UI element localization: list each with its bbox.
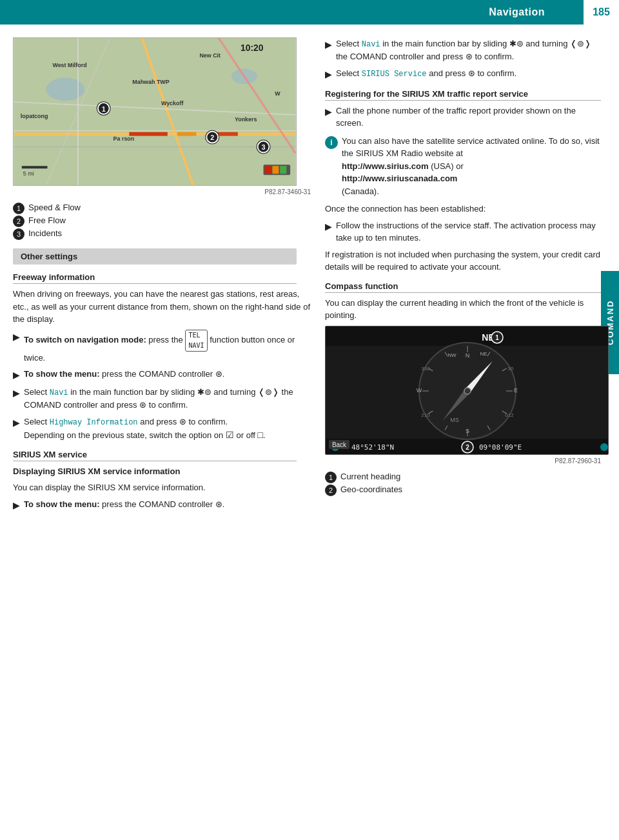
freeway-bullet-1-text: To switch on navigation mode: press the … bbox=[24, 330, 311, 365]
legend-label-3: Incidents bbox=[28, 228, 62, 238]
svg-text:West Milford: West Milford bbox=[52, 62, 86, 68]
sirius-bullet-1-text: To show the menu: press the COMAND contr… bbox=[24, 498, 311, 512]
compass-legend-item-2: 2 Geo-coordinates bbox=[325, 484, 601, 495]
compass-image-ref: P82.87-2960-31 bbox=[325, 457, 601, 465]
sirius-service-mono: SIRIUS Service bbox=[362, 70, 427, 79]
right-bullet-navi-text: Select Navi in the main function bar by … bbox=[336, 37, 601, 63]
highway-info-mono: Highway Information bbox=[50, 418, 138, 427]
svg-text:09°08'09"E: 09°08'09"E bbox=[479, 443, 522, 452]
svg-text:48°52'18"N: 48°52'18"N bbox=[351, 443, 394, 452]
sirius-ca-url: http://www.siriuscanada.com bbox=[342, 174, 457, 183]
svg-text:Wyckoff: Wyckoff bbox=[161, 100, 184, 106]
svg-text:New Cit: New Cit bbox=[199, 52, 221, 59]
tel-navi-button: TELNAVI bbox=[185, 330, 207, 352]
bullet-arrow-4: ▶ bbox=[13, 416, 20, 442]
compass-legend-label-2: Geo-coordinates bbox=[340, 485, 402, 494]
info-text: You can also have the satellite service … bbox=[342, 135, 601, 198]
svg-point-76 bbox=[600, 443, 608, 451]
svg-text:3: 3 bbox=[261, 143, 265, 151]
legend-label-2: Free Flow bbox=[28, 215, 66, 225]
sirius-bullet-1-bold: To show the menu: bbox=[24, 499, 99, 509]
compass-image: ⬅ ➡ bbox=[325, 326, 609, 455]
bullet-arrow-s1: ▶ bbox=[13, 499, 20, 512]
other-settings-header: Other settings bbox=[13, 248, 297, 265]
registering-title: Registering for the SIRIUS XM traffic re… bbox=[325, 89, 601, 101]
svg-text:10:20: 10:20 bbox=[241, 43, 264, 53]
freeway-intro: When driving on freeways, you can have t… bbox=[13, 288, 311, 326]
bullet-arrow-2: ▶ bbox=[13, 368, 20, 382]
bullet-arrow-con1: ▶ bbox=[325, 220, 332, 245]
svg-text:1: 1 bbox=[102, 105, 106, 113]
svg-text:MS: MS bbox=[450, 417, 459, 423]
freeway-bullet-3: ▶ Select Navi in the main function bar b… bbox=[13, 386, 311, 412]
svg-text:2: 2 bbox=[466, 444, 469, 451]
svg-text:S: S bbox=[466, 428, 469, 434]
compass-title: Compass function bbox=[325, 281, 601, 293]
info-icon: i bbox=[325, 136, 338, 149]
freeway-bullet-3-text: Select Navi in the main function bar by … bbox=[24, 386, 311, 412]
sirius-url: http://www.sirius.com bbox=[342, 161, 429, 171]
page-number: 185 bbox=[584, 0, 619, 25]
bullet-arrow: ▶ bbox=[13, 330, 20, 365]
freeway-bullet-2-text: To show the menu: press the COMAND contr… bbox=[24, 368, 311, 382]
svg-text:N: N bbox=[466, 352, 470, 359]
connection-bullet-1: ▶ Follow the instructions of the service… bbox=[325, 219, 601, 245]
right-column: ▶ Select Navi in the main function bar b… bbox=[322, 37, 619, 516]
info-box: i You can also have the satellite servic… bbox=[325, 135, 601, 198]
svg-text:NE: NE bbox=[480, 351, 487, 357]
right-bullet-sirius-service-text: Select SIRIUS Service and press ⊛ to con… bbox=[336, 67, 601, 81]
legend-num-2: 2 bbox=[13, 215, 25, 227]
reg-bullet-1: ▶ Call the phone number of the traffic r… bbox=[325, 105, 601, 130]
freeway-bullet-1: ▶ To switch on navigation mode: press th… bbox=[13, 330, 311, 365]
svg-text:NW: NW bbox=[447, 352, 457, 358]
map-image-ref: P82.87-3460-31 bbox=[13, 188, 311, 195]
header-bar: Navigation 185 bbox=[0, 0, 619, 25]
freeway-info-title: Freeway information bbox=[13, 272, 297, 284]
legend-label-1: Speed & Flow bbox=[28, 203, 81, 212]
freeway-bullet-4: ▶ Select Highway Information and press ⊛… bbox=[13, 415, 311, 442]
connection-intro: Once the connection has been established… bbox=[325, 203, 601, 215]
checkbox-on bbox=[226, 430, 234, 440]
bullet-arrow-r2: ▶ bbox=[325, 68, 332, 81]
freeway-bullet-4-text: Select Highway Information and press ⊛ t… bbox=[24, 415, 311, 442]
svg-rect-11 bbox=[129, 132, 167, 136]
legend-list: 1 Speed & Flow 2 Free Flow 3 Incidents bbox=[13, 202, 311, 239]
sirius-title: SIRIUS XM service bbox=[13, 450, 297, 461]
svg-text:Pa  rson: Pa rson bbox=[113, 135, 135, 142]
connection-bullet-1-text: Follow the instructions of the service s… bbox=[336, 219, 601, 245]
bullet-arrow-3: ▶ bbox=[13, 386, 20, 412]
svg-text:Back: Back bbox=[332, 441, 347, 448]
svg-text:W: W bbox=[417, 387, 422, 394]
svg-text:lopatcong: lopatcong bbox=[21, 113, 48, 119]
checkbox-off bbox=[258, 430, 263, 440]
legend-num-1: 1 bbox=[13, 203, 25, 214]
compass-legend-num-2: 2 bbox=[325, 485, 337, 496]
svg-text:E: E bbox=[514, 387, 518, 394]
freeway-bullet-2: ▶ To show the menu: press the COMAND con… bbox=[13, 368, 311, 382]
svg-point-67 bbox=[464, 388, 471, 394]
reg-note: If registration is not included when pur… bbox=[325, 248, 601, 274]
svg-rect-34 bbox=[272, 166, 279, 174]
page-title: Navigation bbox=[0, 6, 584, 18]
compass-intro: You can display the current heading in w… bbox=[325, 297, 601, 322]
bullet-arrow-r1: ▶ bbox=[325, 38, 332, 63]
compass-legend-item-1: 1 Current heading bbox=[325, 471, 601, 483]
navi-mono-1: Navi bbox=[50, 388, 68, 397]
svg-text:W: W bbox=[275, 90, 280, 97]
bullet-arrow-reg1: ▶ bbox=[325, 105, 332, 130]
svg-text:012: 012 bbox=[505, 412, 514, 418]
sirius-intro: You can display the SIRIUS XM service in… bbox=[13, 481, 311, 494]
svg-text:2: 2 bbox=[210, 134, 214, 141]
reg-bullet-1-text: Call the phone number of the traffic rep… bbox=[336, 105, 601, 130]
compass-legend-list: 1 Current heading 2 Geo-coordinates bbox=[325, 471, 601, 495]
sirius-subtitle: Displaying SIRIUS XM service information bbox=[13, 465, 311, 478]
left-column: 1 2 3 West Milford New Cit Mahwah TWP Wy… bbox=[13, 37, 322, 516]
legend-num-3: 3 bbox=[13, 228, 25, 240]
legend-item-2: 2 Free Flow bbox=[13, 215, 311, 226]
compass-legend-num-1: 1 bbox=[325, 472, 337, 483]
compass-legend-label-1: Current heading bbox=[340, 472, 400, 481]
freeway-bullet-2-bold: To show the menu: bbox=[24, 369, 99, 379]
svg-text:5 mi: 5 mi bbox=[23, 170, 34, 177]
legend-item-3: 3 Incidents bbox=[13, 228, 311, 239]
svg-rect-33 bbox=[265, 166, 271, 174]
